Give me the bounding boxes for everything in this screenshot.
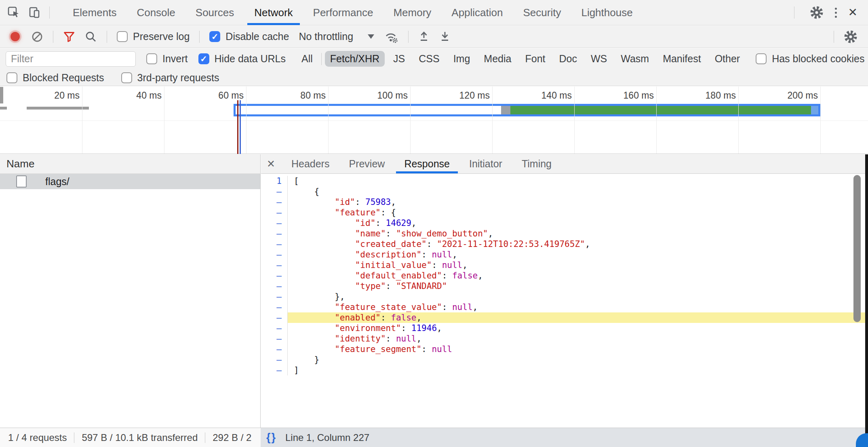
details-tab-timing[interactable]: Timing (512, 154, 561, 173)
timeline-gridline (164, 86, 164, 154)
fold-marker[interactable]: – (261, 291, 288, 302)
checkbox-unchecked (756, 53, 767, 64)
tab-sources[interactable]: Sources (185, 0, 244, 25)
third-party-checkbox[interactable]: 3rd-party requests (121, 72, 219, 84)
token-a: null (442, 260, 463, 270)
fold-marker[interactable]: – (261, 207, 288, 218)
filter-input[interactable] (6, 51, 136, 67)
token-k: "id" (355, 218, 376, 228)
fold-marker[interactable]: – (261, 312, 288, 323)
request-list-panel: Name flags/ (0, 154, 261, 428)
fold-marker[interactable]: – (261, 333, 288, 344)
type-filter-css[interactable]: CSS (413, 51, 445, 67)
code-line: – "id": 14629, (261, 218, 868, 228)
fold-marker[interactable]: – (261, 239, 288, 249)
details-tab-headers[interactable]: Headers (282, 154, 339, 173)
type-filter-wasm[interactable]: Wasm (615, 51, 654, 67)
type-filter-manifest[interactable]: Manifest (657, 51, 706, 67)
search-icon[interactable] (85, 31, 97, 43)
devtools-tabbar: ElementsConsoleSourcesNetworkPerformance… (0, 0, 868, 25)
fold-marker[interactable]: – (261, 354, 288, 365)
overview-request-bar[interactable] (234, 104, 820, 116)
close-devtools-icon[interactable]: ✕ (848, 7, 857, 18)
token-a: false (391, 313, 416, 323)
token-p: , (585, 239, 590, 249)
blocked-requests-label: Blocked Requests (23, 72, 104, 84)
type-filter-img[interactable]: Img (448, 51, 476, 67)
token-p: , (416, 334, 421, 344)
kebab-menu-icon[interactable] (835, 8, 837, 18)
fold-marker[interactable]: – (261, 249, 288, 260)
token-k: "feature_state_value" (335, 302, 442, 312)
tab-performance[interactable]: Performance (303, 0, 383, 25)
tab-lighthouse[interactable]: Lighthouse (571, 0, 643, 25)
type-filter-other[interactable]: Other (710, 51, 746, 67)
export-icon[interactable] (439, 31, 451, 43)
type-filter-ws[interactable]: WS (586, 51, 612, 67)
close-details-icon[interactable]: ✕ (261, 159, 282, 169)
wifi-gear-icon[interactable] (384, 30, 398, 43)
device-toolbar-icon[interactable] (28, 6, 41, 19)
timeline-gridline (328, 86, 329, 154)
tab-network[interactable]: Network (244, 0, 303, 25)
fold-marker[interactable]: – (261, 302, 288, 312)
blocked-requests-checkbox[interactable]: Blocked Requests (6, 72, 104, 84)
funnel-icon[interactable] (63, 31, 75, 43)
request-row-flags[interactable]: flags/ (0, 174, 260, 189)
network-overview[interactable]: 20 ms40 ms60 ms80 ms100 ms120 ms140 ms16… (0, 86, 868, 154)
fold-marker[interactable]: – (261, 228, 288, 239)
fold-marker[interactable]: – (261, 365, 288, 375)
type-filter-font[interactable]: Font (520, 51, 550, 67)
code-text: }, (288, 291, 868, 302)
response-code-view[interactable]: 1[– {– "id": 75983,– "feature": {– "id":… (261, 174, 868, 428)
import-icon[interactable] (418, 31, 430, 43)
filter-band: Invert Hide data URLs AllFetch/XHRJSCSSI… (0, 48, 868, 86)
inspect-icon[interactable] (7, 6, 20, 19)
preserve-log-checkbox[interactable]: Preserve log (117, 31, 190, 42)
name-column-header[interactable]: Name (0, 154, 260, 174)
timeline-tick-label: 20 ms (34, 89, 80, 102)
fold-marker[interactable]: – (261, 344, 288, 354)
token-p: : { (381, 208, 396, 217)
token-a: false (452, 271, 478, 280)
details-tab-response[interactable]: Response (394, 154, 459, 173)
fold-marker[interactable]: – (261, 218, 288, 228)
request-name: flags/ (45, 176, 70, 188)
tab-elements[interactable]: Elements (63, 0, 126, 25)
fold-marker[interactable]: – (261, 197, 288, 207)
hide-data-urls-checkbox[interactable]: Hide data URLs (198, 53, 286, 65)
line-number[interactable]: 1 (261, 176, 288, 186)
type-filter-fetchxhr[interactable]: Fetch/XHR (325, 51, 385, 67)
scrollbar-thumb[interactable] (853, 175, 861, 322)
code-text: [ (288, 176, 868, 186)
type-filter-js[interactable]: JS (388, 51, 410, 67)
details-tab-preview[interactable]: Preview (339, 154, 394, 173)
network-settings-gear-icon[interactable] (844, 30, 857, 44)
type-filter-media[interactable]: Media (478, 51, 516, 67)
tab-memory[interactable]: Memory (383, 0, 441, 25)
clear-icon[interactable] (31, 31, 43, 43)
tab-console[interactable]: Console (126, 0, 185, 25)
fold-marker[interactable]: – (261, 260, 288, 270)
tab-security[interactable]: Security (513, 0, 571, 25)
gear-icon[interactable] (810, 6, 824, 19)
throttling-select[interactable]: No throttling (299, 31, 374, 42)
type-filter-all[interactable]: All (296, 51, 318, 67)
format-braces-icon[interactable]: {} (266, 431, 276, 444)
token-p (294, 239, 355, 249)
type-filter-doc[interactable]: Doc (554, 51, 582, 67)
fold-marker[interactable]: – (261, 323, 288, 333)
checkbox-unchecked (6, 72, 17, 83)
token-k: "initial_value" (355, 260, 432, 270)
record-icon[interactable] (11, 32, 20, 41)
tab-application[interactable]: Application (441, 0, 513, 25)
checkbox-checked (198, 53, 209, 64)
disable-cache-checkbox[interactable]: Disable cache (209, 31, 289, 42)
details-tab-initiator[interactable]: Initiator (459, 154, 512, 173)
has-blocked-cookies-checkbox[interactable]: Has blocked cookies (756, 53, 864, 65)
invert-checkbox[interactable]: Invert (146, 53, 188, 65)
fold-marker[interactable]: – (261, 186, 288, 197)
code-line: – "feature_segment": null (261, 344, 868, 354)
fold-marker[interactable]: – (261, 270, 288, 281)
fold-marker[interactable]: – (261, 281, 288, 291)
